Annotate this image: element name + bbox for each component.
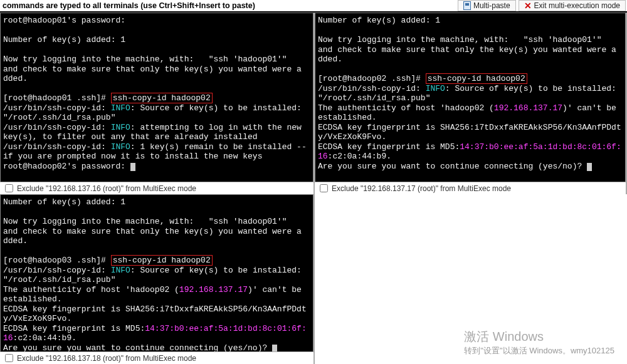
- close-icon: ✕: [524, 2, 532, 9]
- watermark-subtitle: 转到"设置"以激活 Windows。wmy102125: [464, 345, 614, 356]
- header-buttons: Multi-paste ✕ Exit multi-execution mode: [458, 0, 626, 11]
- cursor-1: [587, 163, 592, 171]
- terminal-pane-1: Number of key(s) added: 1 Now try loggin…: [315, 13, 627, 194]
- terminal-grid: root@hadoop01's password: Number of key(…: [0, 13, 627, 364]
- windows-activation-watermark: 激活 Windows 转到"设置"以激活 Windows。wmy102125: [464, 328, 614, 356]
- exclude-checkbox-1[interactable]: [320, 184, 328, 192]
- exit-multi-exec-button[interactable]: ✕ Exit multi-execution mode: [519, 0, 626, 11]
- exclude-label-1: Exclude "192.168.137.17 (root)" from Mul…: [332, 184, 511, 193]
- multi-paste-label: Multi-paste: [473, 1, 510, 10]
- highlighted-command-2: ssh-copy-id hadoop02: [111, 255, 213, 266]
- highlighted-command-0: ssh-copy-id hadoop02: [111, 93, 213, 103]
- multi-exec-instruction: commands are typed to all terminals (use…: [1, 1, 255, 10]
- terminal-output-1[interactable]: Number of key(s) added: 1 Now try loggin…: [315, 13, 626, 182]
- terminal-output-0[interactable]: root@hadoop01's password: Number of key(…: [0, 13, 314, 182]
- paste-icon: [463, 1, 471, 10]
- exclude-label-2: Exclude "192.168.137.18 (root)" from Mul…: [17, 354, 196, 363]
- exit-multi-exec-label: Exit multi-execution mode: [534, 1, 620, 10]
- exclude-checkbox-2[interactable]: [5, 354, 13, 362]
- exclude-checkbox-0[interactable]: [5, 184, 13, 192]
- cursor-0: [130, 163, 135, 171]
- terminal-output-2[interactable]: Number of key(s) added: 1 Now try loggin…: [0, 194, 314, 351]
- pane-footer-1: Exclude "192.168.137.17 (root)" from Mul…: [315, 182, 626, 194]
- watermark-title: 激活 Windows: [464, 328, 614, 345]
- pane-footer-2: Exclude "192.168.137.18 (root)" from Mul…: [0, 351, 314, 364]
- terminal-pane-2: Number of key(s) added: 1 Now try loggin…: [0, 194, 315, 364]
- highlighted-command-1: ssh-copy-id hadoop02: [426, 73, 527, 84]
- exclude-label-0: Exclude "192.168.137.16 (root)" from Mul…: [17, 184, 196, 193]
- pane-footer-0: Exclude "192.168.137.16 (root)" from Mul…: [0, 182, 314, 194]
- multi-paste-button[interactable]: Multi-paste: [458, 0, 516, 11]
- cursor-2: [272, 345, 277, 352]
- terminal-pane-0: root@hadoop01's password: Number of key(…: [0, 13, 315, 194]
- multi-exec-header-bar: commands are typed to all terminals (use…: [0, 0, 627, 13]
